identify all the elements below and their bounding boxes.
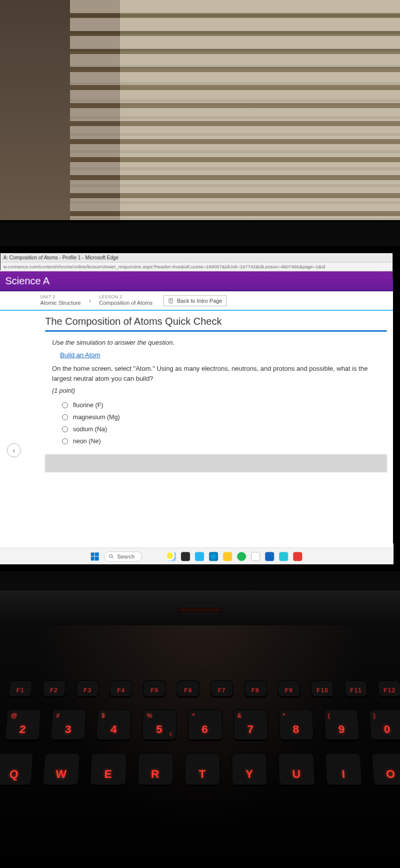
key-f6[interactable]: F6	[177, 680, 200, 697]
answer-option[interactable]: sodium (Na)	[62, 423, 387, 435]
prev-page-button[interactable]: ‹	[7, 443, 21, 457]
taskbar-app-icon[interactable]	[195, 552, 204, 561]
windows-taskbar[interactable]: Search	[0, 547, 394, 564]
taskbar-app-icon[interactable]	[294, 552, 302, 561]
lesson-name: Composition of Atoms	[99, 300, 152, 307]
radio-icon[interactable]	[62, 426, 68, 432]
unit-label: UNIT 2	[40, 294, 80, 300]
window-title: A: Composition of Atoms - Profile 1 - Mi…	[0, 253, 393, 262]
keyboard-row-num: @2#3$4%5€^6&7*8(9)0	[0, 709, 400, 740]
taskbar-tray	[167, 552, 302, 561]
option-label: neon (Ne)	[73, 438, 101, 445]
key-q[interactable]: Q	[0, 753, 34, 785]
answer-option[interactable]: magnesium (Mg)	[62, 411, 387, 423]
course-header: Science A	[0, 271, 392, 291]
question-text: On the home screen, select "Atom." Using…	[45, 364, 387, 387]
question-points: (1 point)	[45, 387, 387, 399]
key-f4[interactable]: F4	[110, 680, 132, 697]
radio-icon[interactable]	[62, 402, 68, 408]
keyboard-row-letters: QWERTYUIO	[0, 753, 400, 785]
keyboard: F1F2F3F4F5F6F7F8F9F10F11F12 @2#3$4%5€^6&…	[0, 680, 400, 785]
lesson-content: The Composition of Atoms Quick Check Use…	[0, 311, 393, 472]
key-6[interactable]: ^6	[188, 709, 222, 740]
key-3[interactable]: #3	[50, 709, 86, 740]
simulation-link[interactable]: Build an Atom	[60, 351, 100, 359]
key-u[interactable]: U	[278, 753, 315, 785]
taskbar-app-icon[interactable]	[252, 552, 260, 561]
breadcrumb-lesson[interactable]: LESSON 2 Composition of Atoms	[99, 294, 152, 307]
answer-option[interactable]: neon (Ne)	[62, 435, 387, 447]
weather-icon[interactable]	[167, 552, 176, 561]
option-label: magnesium (Mg)	[73, 414, 120, 421]
radio-icon[interactable]	[62, 414, 68, 420]
unit-name: Atomic Structure	[40, 300, 80, 307]
key-y[interactable]: Y	[232, 753, 268, 785]
laptop-bezel: A: Composition of Atoms - Profile 1 - Mi…	[0, 220, 400, 590]
search-placeholder: Search	[117, 553, 134, 559]
answer-options: fluorine (F) magnesium (Mg) sodium (Na) …	[45, 399, 387, 447]
answer-input-bar[interactable]	[45, 454, 387, 472]
key-o[interactable]: O	[372, 753, 400, 785]
radio-icon[interactable]	[62, 438, 68, 444]
back-to-intro-button[interactable]: Back to Intro Page	[164, 295, 226, 306]
search-icon	[108, 553, 114, 559]
file-explorer-icon[interactable]	[223, 552, 232, 561]
edge-icon[interactable]	[209, 552, 218, 561]
laptop-hinge	[0, 590, 400, 625]
key-i[interactable]: I	[325, 753, 362, 785]
key-t[interactable]: T	[184, 753, 220, 785]
key-f12[interactable]: F12	[378, 680, 400, 697]
keyboard-row-fn: F1F2F3F4F5F6F7F8F9F10F11F12	[4, 680, 400, 697]
key-5[interactable]: %5€	[142, 709, 177, 740]
key-f9[interactable]: F9	[278, 680, 300, 697]
key-f3[interactable]: F3	[76, 680, 100, 697]
key-f8[interactable]: F8	[244, 680, 267, 697]
option-label: sodium (Na)	[73, 426, 107, 433]
key-7[interactable]: &7	[233, 709, 268, 740]
key-f1[interactable]: F1	[8, 680, 32, 697]
chevron-left-icon: ‹	[12, 446, 15, 454]
address-bar[interactable]: w.connexus.com/content/chrome/online/les…	[0, 262, 393, 271]
laptop-screen: A: Composition of Atoms - Profile 1 - Mi…	[0, 246, 400, 571]
key-f5[interactable]: F5	[143, 680, 166, 697]
key-9[interactable]: (9	[324, 709, 360, 740]
document-back-icon	[168, 298, 174, 304]
taskbar-app-icon[interactable]	[266, 552, 274, 561]
quiz-title: The Composition of Atoms Quick Check	[45, 311, 386, 332]
chevron-right-icon: ›	[87, 297, 94, 305]
start-button[interactable]	[90, 552, 98, 560]
svg-point-1	[109, 554, 112, 557]
spotify-icon[interactable]	[238, 552, 246, 561]
key-r[interactable]: R	[138, 753, 174, 785]
key-f10[interactable]: F10	[310, 680, 334, 697]
key-8[interactable]: *8	[278, 709, 314, 740]
key-w[interactable]: W	[42, 753, 80, 785]
key-f7[interactable]: F7	[210, 680, 233, 697]
browser-viewport: A: Composition of Atoms - Profile 1 - Mi…	[0, 253, 394, 564]
answer-option[interactable]: fluorine (F)	[62, 399, 387, 411]
breadcrumb-unit[interactable]: UNIT 2 Atomic Structure	[40, 294, 80, 307]
key-f2[interactable]: F2	[42, 680, 66, 697]
key-0[interactable]: )0	[368, 709, 400, 740]
option-label: fluorine (F)	[73, 402, 103, 409]
key-2[interactable]: @2	[4, 709, 41, 740]
laptop-keyboard-area: F1F2F3F4F5F6F7F8F9F10F11F12 @2#3$4%5€^6&…	[0, 590, 400, 868]
key-f11[interactable]: F11	[344, 680, 368, 697]
lesson-label: LESSON 2	[99, 294, 152, 300]
taskbar-app-icon[interactable]	[280, 552, 288, 561]
back-button-label: Back to Intro Page	[177, 298, 222, 304]
taskbar-search[interactable]: Search	[104, 551, 142, 561]
key-4[interactable]: $4	[96, 709, 132, 740]
key-e[interactable]: E	[90, 753, 127, 785]
taskbar-app-icon[interactable]	[181, 552, 190, 561]
breadcrumb: UNIT 2 Atomic Structure › LESSON 2 Compo…	[0, 291, 392, 311]
svg-line-2	[112, 557, 114, 558]
quiz-instruction: Use the simulation to answer the questio…	[45, 332, 387, 350]
room-background	[0, 0, 400, 245]
